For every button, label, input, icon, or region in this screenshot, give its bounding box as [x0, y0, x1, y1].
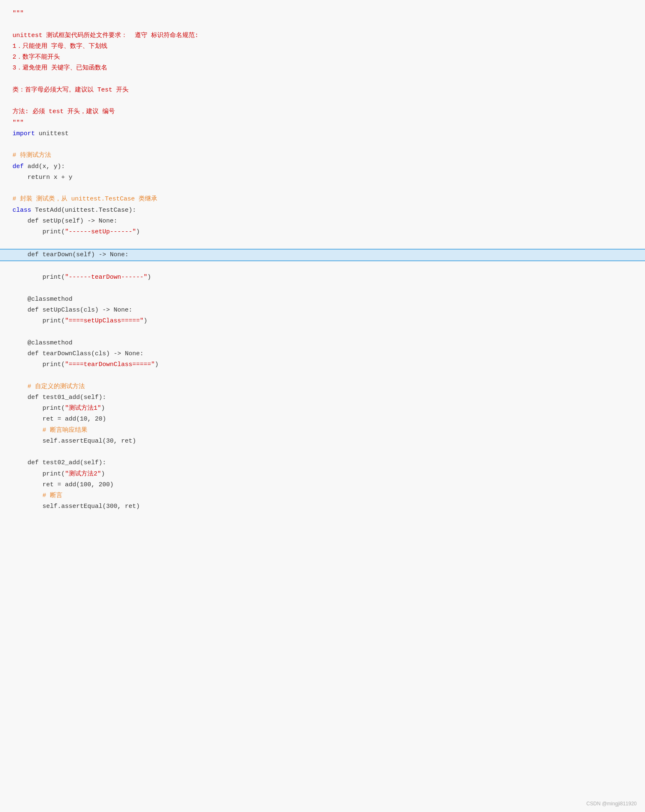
- code-text: print(: [12, 317, 65, 324]
- code-text: @classmethod: [12, 339, 72, 347]
- code-line: print("------setUp------"): [12, 227, 633, 238]
- code-line: print("测试方法2"): [12, 469, 633, 480]
- code-text: def tearDownClass(cls) -> None:: [12, 350, 144, 357]
- code-text: """: [12, 10, 24, 17]
- code-text: ): [147, 274, 151, 281]
- code-text: ret = add(10, 20): [12, 416, 106, 423]
- code-line: [12, 283, 633, 294]
- code-line: [12, 96, 633, 106]
- code-text: """: [12, 119, 24, 126]
- code-text: print(: [12, 274, 65, 281]
- code-text: self.assertEqual(30, ret): [12, 438, 136, 445]
- code-line: def tearDownClass(cls) -> None:: [12, 349, 633, 359]
- code-line: self.assertEqual(30, ret): [12, 436, 633, 447]
- code-line: import unittest: [12, 129, 633, 139]
- code-line: print("====tearDownClass====="): [12, 359, 633, 370]
- code-line: [12, 74, 633, 85]
- code-text: 3．避免使用 关键字、已知函数名: [12, 64, 107, 72]
- code-line: 3．避免使用 关键字、已知函数名: [12, 63, 633, 74]
- code-text: return x + y: [12, 174, 72, 181]
- code-text: add(x, y):: [24, 163, 65, 170]
- code-text: def test02_add(self):: [12, 459, 106, 466]
- code-comment: # 待测试方法: [12, 152, 51, 159]
- code-text: print(: [12, 361, 65, 368]
- code-line: # 自定义的测试方法: [12, 381, 633, 392]
- code-line: 方法: 必须 test 开头，建议 编号: [12, 106, 633, 117]
- code-string: "------setUp------": [65, 228, 136, 235]
- code-block: """ unittest 测试框架代码所处文件要求： 遵守 标识符命名规范: 1…: [12, 8, 633, 512]
- code-text: print(: [12, 470, 65, 478]
- code-line: 1．只能使用 字母、数字、下划线: [12, 41, 633, 52]
- code-line: print("测试方法1"): [12, 403, 633, 414]
- code-text: print(: [12, 405, 65, 412]
- code-line: print("------tearDown------"): [12, 272, 633, 283]
- code-line: [12, 447, 633, 458]
- code-line: [12, 139, 633, 150]
- code-text: 2．数字不能开头: [12, 54, 60, 61]
- code-line: # 封装 测试类，从 unittest.TestCase 类继承: [12, 194, 633, 205]
- code-line: """: [12, 8, 633, 19]
- code-line: def add(x, y):: [12, 161, 633, 172]
- code-line: # 断言: [12, 490, 633, 501]
- code-text: print(: [12, 228, 65, 235]
- code-text: 类：首字母必须大写。建议以 Test 开头: [12, 87, 129, 94]
- code-text: self.assertEqual(300, ret): [12, 503, 140, 510]
- code-text: def test01_add(self):: [12, 394, 106, 401]
- code-line-highlight: def tearDown(self) -> None:: [0, 249, 645, 261]
- code-text: ): [101, 470, 105, 478]
- code-text: ): [136, 228, 140, 235]
- code-line: def test02_add(self):: [12, 458, 633, 468]
- code-line: # 待测试方法: [12, 150, 633, 161]
- code-text: def setUp(self) -> None:: [12, 218, 117, 225]
- code-line: # 断言响应结果: [12, 425, 633, 436]
- watermark: CSDN @mingji811920: [586, 800, 637, 808]
- code-line: def setUpClass(cls) -> None:: [12, 305, 633, 316]
- code-line: def setUp(self) -> None:: [12, 216, 633, 227]
- code-keyword: def: [12, 163, 24, 170]
- code-text: ): [155, 361, 159, 368]
- code-line: return x + y: [12, 172, 633, 183]
- code-string: "测试方法1": [65, 405, 101, 412]
- code-comment: # 断言响应结果: [12, 427, 87, 434]
- code-string: "====tearDownClass=====": [65, 361, 155, 368]
- code-line: [12, 238, 633, 248]
- code-text: unittest 测试框架代码所处文件要求： 遵守 标识符命名规范:: [12, 32, 198, 39]
- code-line: """: [12, 118, 633, 129]
- code-text: 方法: 必须 test 开头，建议 编号: [12, 108, 115, 115]
- code-line: @classmethod: [12, 338, 633, 349]
- code-string: "====setUpClass=====": [65, 317, 144, 324]
- code-line: [12, 327, 633, 337]
- code-line: 2．数字不能开头: [12, 52, 633, 63]
- code-comment: # 断言: [12, 492, 62, 499]
- code-text: def setUpClass(cls) -> None:: [12, 307, 132, 314]
- code-text: def tearDown(self) -> None:: [12, 251, 129, 258]
- code-line: @classmethod: [12, 294, 633, 305]
- code-line: self.assertEqual(300, ret): [12, 501, 633, 512]
- code-string: "测试方法2": [65, 470, 101, 478]
- code-line: unittest 测试框架代码所处文件要求： 遵守 标识符命名规范:: [12, 30, 633, 41]
- code-line: [12, 183, 633, 194]
- code-line: ret = add(100, 200): [12, 480, 633, 490]
- code-line: def test01_add(self):: [12, 392, 633, 403]
- code-text: TestAdd(unittest.TestCase):: [31, 207, 136, 214]
- code-string: "------tearDown------": [65, 274, 147, 281]
- code-text: @classmethod: [12, 296, 72, 303]
- code-container: """ unittest 测试框架代码所处文件要求： 遵守 标识符命名规范: 1…: [0, 0, 645, 812]
- code-line: 类：首字母必须大写。建议以 Test 开头: [12, 85, 633, 96]
- code-text: unittest: [35, 130, 69, 137]
- code-text: 1．只能使用 字母、数字、下划线: [12, 43, 107, 50]
- code-comment: # 自定义的测试方法: [12, 383, 85, 390]
- code-line: [12, 261, 633, 272]
- code-text: ): [144, 317, 147, 324]
- code-comment: # 封装 测试类，从 unittest.TestCase 类继承: [12, 196, 157, 203]
- code-line: [12, 19, 633, 30]
- code-line: print("====setUpClass====="): [12, 316, 633, 327]
- code-line: class TestAdd(unittest.TestCase):: [12, 205, 633, 216]
- code-keyword: class: [12, 207, 31, 214]
- code-text: ret = add(100, 200): [12, 481, 114, 488]
- code-line: ret = add(10, 20): [12, 414, 633, 425]
- code-line: [12, 370, 633, 381]
- code-text: ): [101, 405, 105, 412]
- code-keyword: import: [12, 130, 35, 137]
